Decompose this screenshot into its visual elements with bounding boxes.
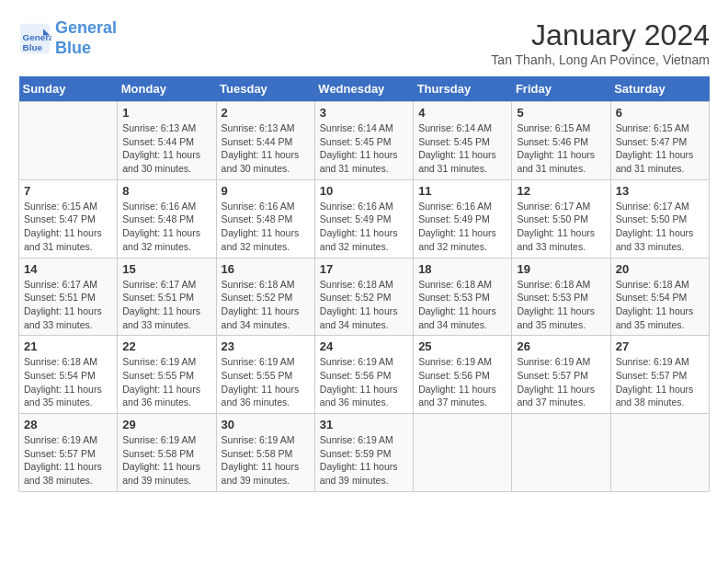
day-info: Sunrise: 6:19 AM Sunset: 5:58 PM Dayligh…: [222, 433, 310, 488]
calendar-cell: 20Sunrise: 6:18 AM Sunset: 5:54 PM Dayli…: [610, 258, 709, 336]
calendar-cell: 16Sunrise: 6:18 AM Sunset: 5:52 PM Dayli…: [216, 258, 314, 336]
day-number: 27: [616, 339, 704, 353]
day-number: 21: [24, 339, 112, 353]
day-number: 2: [222, 106, 310, 120]
column-header-tuesday: Tuesday: [216, 76, 314, 102]
day-info: Sunrise: 6:18 AM Sunset: 5:52 PM Dayligh…: [222, 278, 310, 332]
day-number: 4: [418, 106, 506, 120]
calendar-cell: 8Sunrise: 6:16 AM Sunset: 5:48 PM Daylig…: [118, 179, 216, 258]
calendar-cell: 4Sunrise: 6:14 AM Sunset: 5:45 PM Daylig…: [414, 102, 512, 180]
column-header-monday: Monday: [118, 76, 216, 102]
day-info: Sunrise: 6:19 AM Sunset: 5:56 PM Dayligh…: [418, 355, 506, 409]
page-header: General Blue General Blue January 2024 T…: [18, 18, 710, 67]
calendar-cell: 24Sunrise: 6:19 AM Sunset: 5:56 PM Dayli…: [314, 336, 413, 414]
day-number: 30: [222, 418, 310, 431]
day-number: 31: [320, 418, 408, 431]
calendar-cell: 15Sunrise: 6:17 AM Sunset: 5:51 PM Dayli…: [118, 258, 216, 336]
day-info: Sunrise: 6:15 AM Sunset: 5:47 PM Dayligh…: [24, 200, 112, 254]
title-block: January 2024 Tan Thanh, Long An Povince,…: [491, 18, 710, 67]
calendar-header-row: SundayMondayTuesdayWednesdayThursdayFrid…: [19, 76, 710, 102]
day-number: 23: [222, 339, 310, 353]
day-number: 8: [122, 184, 210, 198]
day-number: 3: [320, 106, 408, 120]
day-number: 18: [418, 262, 506, 276]
day-info: Sunrise: 6:16 AM Sunset: 5:48 PM Dayligh…: [222, 200, 310, 254]
calendar-subtitle: Tan Thanh, Long An Povince, Vietnam: [491, 52, 710, 67]
calendar-cell: 1Sunrise: 6:13 AM Sunset: 5:44 PM Daylig…: [118, 102, 216, 180]
day-number: 25: [418, 339, 506, 353]
day-number: 13: [616, 184, 704, 198]
day-info: Sunrise: 6:18 AM Sunset: 5:54 PM Dayligh…: [616, 278, 704, 332]
logo: General Blue General Blue: [18, 18, 117, 58]
day-info: Sunrise: 6:19 AM Sunset: 5:57 PM Dayligh…: [517, 355, 605, 409]
day-number: 11: [418, 184, 506, 198]
calendar-cell: 21Sunrise: 6:18 AM Sunset: 5:54 PM Dayli…: [19, 336, 118, 414]
day-info: Sunrise: 6:17 AM Sunset: 5:51 PM Dayligh…: [24, 278, 112, 332]
calendar-cell: 9Sunrise: 6:16 AM Sunset: 5:48 PM Daylig…: [216, 179, 314, 258]
day-info: Sunrise: 6:19 AM Sunset: 5:57 PM Dayligh…: [616, 355, 704, 409]
day-info: Sunrise: 6:18 AM Sunset: 5:53 PM Dayligh…: [517, 278, 605, 332]
calendar-cell: 12Sunrise: 6:17 AM Sunset: 5:50 PM Dayli…: [512, 179, 610, 258]
calendar-week-row: 1Sunrise: 6:13 AM Sunset: 5:44 PM Daylig…: [19, 102, 710, 180]
calendar-cell: 10Sunrise: 6:16 AM Sunset: 5:49 PM Dayli…: [314, 179, 413, 258]
calendar-cell: 14Sunrise: 6:17 AM Sunset: 5:51 PM Dayli…: [19, 258, 118, 336]
calendar-cell: 29Sunrise: 6:19 AM Sunset: 5:58 PM Dayli…: [118, 414, 216, 492]
day-number: 6: [616, 106, 704, 120]
day-number: 20: [616, 262, 704, 276]
calendar-cell: 26Sunrise: 6:19 AM Sunset: 5:57 PM Dayli…: [512, 336, 610, 414]
day-info: Sunrise: 6:16 AM Sunset: 5:49 PM Dayligh…: [418, 200, 506, 254]
day-info: Sunrise: 6:17 AM Sunset: 5:50 PM Dayligh…: [517, 200, 605, 254]
calendar-week-row: 28Sunrise: 6:19 AM Sunset: 5:57 PM Dayli…: [19, 414, 710, 492]
day-info: Sunrise: 6:17 AM Sunset: 5:50 PM Dayligh…: [616, 200, 704, 254]
day-number: 24: [320, 339, 408, 353]
day-info: Sunrise: 6:16 AM Sunset: 5:49 PM Dayligh…: [320, 200, 408, 254]
day-number: 12: [517, 184, 605, 198]
calendar-cell: 17Sunrise: 6:18 AM Sunset: 5:52 PM Dayli…: [314, 258, 413, 336]
column-header-thursday: Thursday: [414, 76, 512, 102]
day-number: 26: [517, 339, 605, 353]
day-info: Sunrise: 6:14 AM Sunset: 5:45 PM Dayligh…: [418, 121, 506, 176]
calendar-cell: 13Sunrise: 6:17 AM Sunset: 5:50 PM Dayli…: [610, 179, 709, 258]
logo-icon: General Blue: [18, 22, 51, 55]
day-info: Sunrise: 6:19 AM Sunset: 5:56 PM Dayligh…: [320, 355, 408, 409]
day-info: Sunrise: 6:18 AM Sunset: 5:54 PM Dayligh…: [24, 355, 112, 409]
day-number: 29: [122, 418, 210, 431]
day-info: Sunrise: 6:15 AM Sunset: 5:46 PM Dayligh…: [517, 121, 605, 176]
calendar-cell: 6Sunrise: 6:15 AM Sunset: 5:47 PM Daylig…: [610, 102, 709, 180]
day-info: Sunrise: 6:18 AM Sunset: 5:53 PM Dayligh…: [418, 278, 506, 332]
column-header-saturday: Saturday: [610, 76, 709, 102]
column-header-sunday: Sunday: [19, 76, 118, 102]
calendar-cell: 2Sunrise: 6:13 AM Sunset: 5:44 PM Daylig…: [216, 102, 314, 180]
calendar-cell: 27Sunrise: 6:19 AM Sunset: 5:57 PM Dayli…: [610, 336, 709, 414]
day-number: 17: [320, 262, 408, 276]
day-info: Sunrise: 6:14 AM Sunset: 5:45 PM Dayligh…: [320, 121, 408, 176]
column-header-wednesday: Wednesday: [314, 76, 413, 102]
calendar-cell: 19Sunrise: 6:18 AM Sunset: 5:53 PM Dayli…: [512, 258, 610, 336]
day-info: Sunrise: 6:13 AM Sunset: 5:44 PM Dayligh…: [222, 121, 310, 176]
day-info: Sunrise: 6:19 AM Sunset: 5:55 PM Dayligh…: [122, 355, 210, 409]
day-info: Sunrise: 6:19 AM Sunset: 5:55 PM Dayligh…: [222, 355, 310, 409]
day-info: Sunrise: 6:19 AM Sunset: 5:58 PM Dayligh…: [122, 433, 210, 488]
day-number: 15: [122, 262, 210, 276]
logo-line2: Blue: [55, 39, 91, 57]
day-number: 14: [24, 262, 112, 276]
calendar-cell: [19, 102, 118, 180]
calendar-cell: [610, 414, 709, 492]
calendar-cell: [512, 414, 610, 492]
day-number: 19: [517, 262, 605, 276]
day-number: 28: [24, 418, 112, 431]
logo-line1: General: [55, 18, 117, 37]
calendar-cell: 30Sunrise: 6:19 AM Sunset: 5:58 PM Dayli…: [216, 414, 314, 492]
calendar-cell: 5Sunrise: 6:15 AM Sunset: 5:46 PM Daylig…: [512, 102, 610, 180]
calendar-cell: 25Sunrise: 6:19 AM Sunset: 5:56 PM Dayli…: [414, 336, 512, 414]
calendar-cell: 7Sunrise: 6:15 AM Sunset: 5:47 PM Daylig…: [19, 179, 118, 258]
calendar-week-row: 21Sunrise: 6:18 AM Sunset: 5:54 PM Dayli…: [19, 336, 710, 414]
day-number: 5: [517, 106, 605, 120]
day-info: Sunrise: 6:18 AM Sunset: 5:52 PM Dayligh…: [320, 278, 408, 332]
calendar-cell: 11Sunrise: 6:16 AM Sunset: 5:49 PM Dayli…: [414, 179, 512, 258]
day-number: 1: [122, 106, 210, 120]
calendar-cell: 22Sunrise: 6:19 AM Sunset: 5:55 PM Dayli…: [118, 336, 216, 414]
calendar-cell: 28Sunrise: 6:19 AM Sunset: 5:57 PM Dayli…: [19, 414, 118, 492]
calendar-week-row: 7Sunrise: 6:15 AM Sunset: 5:47 PM Daylig…: [19, 179, 710, 258]
day-info: Sunrise: 6:13 AM Sunset: 5:44 PM Dayligh…: [122, 121, 210, 176]
